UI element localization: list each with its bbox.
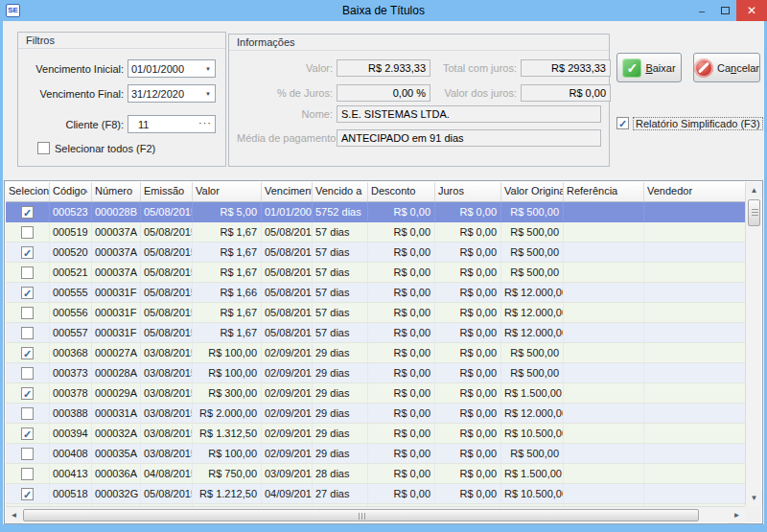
vencimento-inicial-field[interactable]: 01/01/2000 ▼ [128,59,216,78]
cell-vencido-a: 57 dias [313,323,368,342]
scroll-right-icon: ► [733,511,741,520]
cell-desconto: R$ 0,00 [368,464,435,483]
column-header-vencimento[interactable]: Vencimento [262,182,313,201]
scroll-left-icon: ◄ [11,511,18,520]
table-row[interactable]: ✓000520000037A re05/08/2015R$ 1,6705/08/… [6,243,745,263]
cell-vencimento: 05/08/2015 [262,263,313,282]
table-row[interactable]: 000557000031F re05/08/2015R$ 1,6705/08/2… [6,323,745,343]
table-row[interactable]: 000521000037A re05/08/2015R$ 1,6705/08/2… [6,263,745,283]
window-border-left [0,21,3,532]
column-header-referencia[interactable]: Referência [564,182,644,201]
table-row[interactable]: 000388000031A03/08/2015R$ 2.000,0002/09/… [6,404,745,424]
vertical-scrollbar-thumb[interactable] [748,199,760,226]
table-row[interactable]: ✓000394000032A03/08/2015R$ 1.312,5002/09… [6,424,745,444]
minimize-button[interactable]: – [690,0,713,21]
pct-juros-label: % de Juros: [237,87,333,99]
cell-numero: 000036A [92,464,141,483]
cancelar-button[interactable]: Cancelar [693,53,760,82]
cell-emissao: 05/08/2015 [141,222,193,242]
table-row[interactable]: 000413000036A04/08/2015R$ 750,0003/09/20… [6,464,745,484]
column-header-numero[interactable]: Número [92,182,141,201]
row-select-checkbox[interactable] [21,468,34,480]
vencimento-final-field[interactable]: 31/12/2020 ▼ [128,84,216,103]
table-row[interactable]: ✓000368000027A03/08/2015R$ 100,0002/09/2… [6,343,745,363]
cell-valor-original: R$ 500,00 [501,222,564,242]
column-header-valor[interactable]: Valor [193,182,262,201]
cell-valor-original: R$ 12.000,00 [501,303,564,322]
column-header-juros[interactable]: Juros [435,182,501,201]
table-row[interactable]: ✓000555000031F re05/08/2015R$ 1,6605/08/… [6,283,745,303]
scroll-up-button[interactable]: ▲ [746,182,762,198]
vertical-scrollbar[interactable]: ▲ ▼ [745,182,761,506]
nome-field: S.E. SISTEMAS LTDA. [337,105,601,123]
baixar-button[interactable]: ✓ Baixar [616,53,682,82]
row-select-checkbox[interactable] [21,226,34,239]
relatorio-simplificado-label[interactable]: Relatório Simplificado (F3) [634,118,762,129]
column-header-emissao[interactable]: Emissão [141,182,193,201]
cell-desconto: R$ 0,00 [368,323,435,342]
row-select-checkbox[interactable]: ✓ [21,347,34,359]
row-select-checkbox[interactable]: ✓ [21,246,34,259]
cell-referencia [564,222,644,242]
row-select-checkbox[interactable]: ✓ [21,206,34,219]
cell-valor-original: R$ 500,00 [501,444,564,463]
row-select-checkbox[interactable]: ✓ [21,387,34,400]
cell-selecionar [6,363,50,382]
table-row[interactable]: ✓000523000028B re05/08/2015R$ 5,0001/01/… [6,202,745,222]
table-row[interactable]: 000556000031F re05/08/2015R$ 1,6705/08/2… [6,303,745,323]
selecionar-todos-checkbox[interactable] [37,142,50,154]
minimize-icon: – [699,5,705,16]
scroll-up-icon: ▲ [751,186,758,195]
column-header-selecionar[interactable]: Selecionar [6,182,50,201]
cell-codigo: 000520 [50,243,92,262]
cell-numero: 000032G re [92,484,141,503]
table-row[interactable]: ✓000378000029A03/08/2015R$ 300,0002/09/2… [6,383,745,404]
row-select-checkbox[interactable] [21,407,34,420]
column-header-vencido-a[interactable]: Vencido a [313,182,368,201]
cliente-field[interactable]: 11 ··· [128,115,216,133]
cell-vendedor [644,283,745,302]
row-select-checkbox[interactable]: ✓ [21,287,34,299]
scroll-left-button[interactable]: ◄ [6,507,22,523]
cell-desconto: R$ 0,00 [368,404,435,423]
cell-emissao: 03/08/2015 [141,424,193,443]
cell-valor: R$ 1,67 [193,243,262,262]
cliente-value: 11 [138,119,149,130]
column-header-desconto[interactable]: Desconto [368,182,435,201]
table-row[interactable]: 000373000028A03/08/2015R$ 100,0002/09/20… [6,363,745,383]
cell-valor-original: R$ 1.500,00 [501,464,564,483]
cell-referencia [564,444,644,463]
cell-referencia [564,464,644,483]
column-header-vendedor[interactable]: Vendedor [644,182,745,201]
chevron-down-icon[interactable]: ▼ [205,66,211,72]
scroll-right-button[interactable]: ► [729,507,745,523]
relatorio-simplificado-checkbox[interactable]: ✓ [616,117,629,129]
table-row[interactable]: ✓000518000032G re05/08/2015R$ 1.212,5004… [6,484,745,504]
cell-codigo: 000521 [50,263,92,282]
table-row[interactable]: 000519000037A re05/08/2015R$ 1,6705/08/2… [6,222,745,243]
row-select-checkbox[interactable] [21,367,34,380]
maximize-button[interactable] [713,0,736,21]
column-header-codigo[interactable]: Código▲ [50,182,92,201]
column-header-valor-original[interactable]: Valor Original [501,182,564,201]
cell-desconto: R$ 0,00 [368,202,435,221]
cell-vencimento: 02/09/2015 [262,404,313,423]
row-select-checkbox[interactable] [21,266,34,279]
chevron-down-icon[interactable]: ▼ [205,91,211,97]
row-select-checkbox[interactable]: ✓ [21,428,34,440]
row-select-checkbox[interactable]: ✓ [21,488,34,500]
table-row[interactable]: 000408000035A03/08/2015R$ 100,0002/09/20… [6,444,745,464]
cell-selecionar: ✓ [6,202,50,221]
title-bar: SE Baixa de Títulos – ✕ [0,0,767,21]
horizontal-scrollbar[interactable]: ◄ ► [6,506,745,522]
cell-numero: 000031A [92,404,141,423]
row-select-checkbox[interactable] [21,327,34,339]
cell-referencia [564,484,644,503]
row-select-checkbox[interactable] [21,307,34,319]
horizontal-scrollbar-thumb[interactable] [23,509,699,521]
browse-ellipsis-icon[interactable]: ··· [198,117,212,128]
row-select-checkbox[interactable] [21,448,34,460]
cell-valor-original: R$ 500,00 [501,363,564,382]
close-button[interactable]: ✕ [736,0,767,21]
scroll-down-button[interactable]: ▼ [746,490,762,506]
